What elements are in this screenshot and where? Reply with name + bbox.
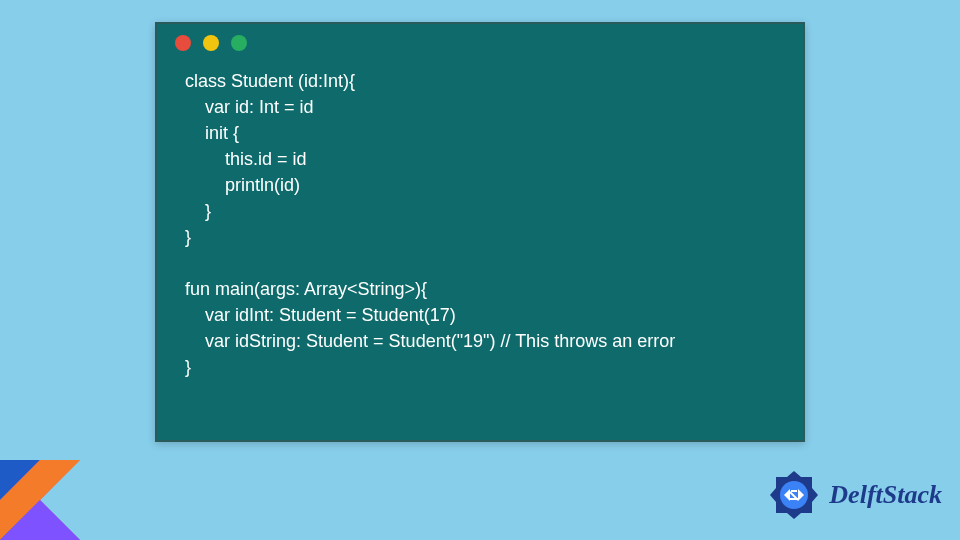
brand: DelftStack	[767, 468, 942, 522]
code-line: }	[185, 357, 191, 377]
window-minimize-icon	[203, 35, 219, 51]
code-line: }	[185, 201, 211, 221]
window-titlebar	[157, 24, 803, 62]
svg-rect-8	[791, 490, 797, 492]
code-line: var idInt: Student = Student(17)	[185, 305, 456, 325]
brand-name: DelftStack	[829, 480, 942, 510]
code-block: class Student (id:Int){ var id: Int = id…	[157, 62, 803, 400]
code-line: }	[185, 227, 191, 247]
code-line: init {	[185, 123, 239, 143]
code-line: var id: Int = id	[185, 97, 314, 117]
window-close-icon	[175, 35, 191, 51]
kotlin-logo-icon	[0, 460, 80, 540]
code-window: class Student (id:Int){ var id: Int = id…	[155, 22, 805, 442]
code-line: this.id = id	[185, 149, 307, 169]
code-line: class Student (id:Int){	[185, 71, 355, 91]
window-maximize-icon	[231, 35, 247, 51]
brand-badge-icon	[767, 468, 821, 522]
code-line: var idString: Student = Student("19") //…	[185, 331, 675, 351]
code-line: fun main(args: Array<String>){	[185, 279, 427, 299]
code-line: println(id)	[185, 175, 300, 195]
